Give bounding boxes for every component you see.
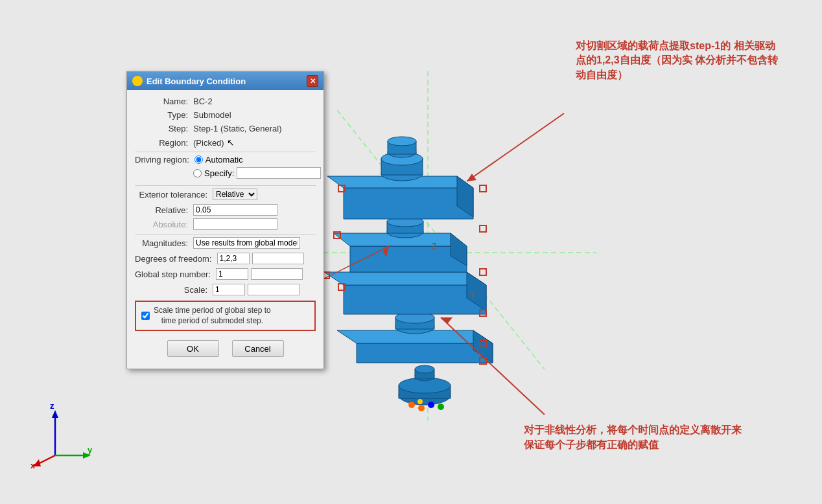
divider-2 — [135, 185, 316, 186]
magnitudes-input[interactable] — [193, 237, 300, 249]
svg-rect-34 — [480, 225, 486, 232]
automatic-radio[interactable] — [194, 155, 203, 164]
specify-row: Specify: — [193, 167, 316, 179]
svg-text:z: z — [50, 404, 54, 411]
svg-marker-51 — [52, 410, 58, 418]
exterior-tolerance-dropdown[interactable]: Relative Absolute — [213, 189, 257, 200]
top-annotation-text: 对切割区域的载荷点提取step-1的 相关驱动点的1,2,3自由度（因为实 体分… — [576, 40, 778, 80]
global-step-input[interactable] — [216, 268, 248, 280]
specify-radio[interactable] — [193, 169, 202, 178]
top-annotation: 对切割区域的载荷点提取step-1的 相关驱动点的1,2,3自由度（因为实 体分… — [576, 39, 783, 82]
divider-3 — [135, 234, 316, 235]
dialog-title: Edit Boundary Condition — [147, 76, 246, 86]
scale-input2[interactable] — [248, 284, 299, 295]
region-row: Region: (Picked) ↖ — [135, 137, 316, 148]
driving-region-label: Driving region: — [135, 155, 194, 165]
svg-marker-9 — [357, 343, 493, 363]
dialog-body: Name: BC-2 Type: Submodel Step: Step-1 (… — [127, 90, 323, 369]
dof-input[interactable] — [217, 253, 250, 264]
region-cursor-icon: ↖ — [227, 137, 235, 148]
region-value: (Picked) — [193, 138, 224, 148]
specify-input[interactable] — [237, 167, 321, 179]
absolute-input[interactable] — [193, 218, 277, 230]
edit-boundary-condition-dialog: Edit Boundary Condition ✕ Name: BC-2 Typ… — [126, 71, 324, 369]
type-value: Submodel — [193, 110, 231, 120]
type-label: Type: — [135, 110, 193, 120]
scale-label: Scale: — [135, 285, 213, 295]
scale-time-period-section: Scale time period of global step totime … — [135, 301, 316, 331]
step-label: Step: — [135, 124, 193, 133]
scale-time-period-checkbox[interactable] — [141, 312, 150, 320]
coordinate-axes: z x y — [29, 404, 94, 468]
automatic-label: Automatic — [206, 155, 243, 165]
svg-point-32 — [388, 137, 416, 146]
magnitudes-label: Magnitudes: — [135, 238, 193, 248]
region-label: Region: — [135, 138, 193, 148]
svg-marker-16 — [324, 272, 486, 285]
svg-point-45 — [428, 402, 434, 408]
type-row: Type: Submodel — [135, 110, 316, 120]
name-value: BC-2 — [193, 97, 213, 106]
svg-rect-35 — [480, 269, 486, 275]
magnitudes-row: Magnitudes: — [135, 237, 316, 249]
svg-point-8 — [415, 365, 434, 373]
svg-rect-33 — [480, 185, 486, 192]
svg-point-47 — [417, 399, 423, 404]
ok-button[interactable]: OK — [167, 340, 219, 357]
driving-region-group: Driving region: Automatic Specify: — [135, 155, 316, 181]
global-step-label: Global step number: — [135, 269, 216, 279]
name-label: Name: — [135, 97, 193, 106]
svg-marker-15 — [344, 285, 486, 314]
step-row: Step: Step-1 (Static, General) — [135, 124, 316, 133]
close-button[interactable]: ✕ — [307, 75, 318, 87]
global-step-row: Global step number: — [135, 268, 316, 280]
scale-input[interactable] — [213, 284, 245, 295]
specify-label: Specify: — [204, 168, 234, 178]
bottom-annotation-text: 对于非线性分析，将每个时间点的定义离散开来保证每个子步都有正确的赋值 — [524, 424, 742, 450]
dof-label: Degrees of freedom: — [135, 254, 217, 264]
dof-row: Degrees of freedom: — [135, 253, 316, 264]
svg-marker-18 — [350, 246, 467, 272]
titlebar-left: Edit Boundary Condition — [132, 76, 246, 86]
dialog-icon — [132, 76, 143, 86]
exterior-tolerance-label: Exterior tolerance: — [135, 190, 213, 200]
relative-label: Relative: — [135, 205, 193, 215]
3d-model: Z Y — [285, 52, 609, 441]
svg-text:Z: Z — [431, 241, 437, 251]
svg-text:Y: Y — [470, 290, 476, 300]
driving-region-row: Driving region: Automatic — [135, 155, 316, 165]
svg-text:x: x — [30, 461, 36, 468]
dialog-footer: OK Cancel — [135, 338, 316, 361]
relative-input[interactable] — [193, 204, 277, 216]
bottom-annotation: 对于非线性分析，将每个时间点的定义离散开来保证每个子步都有正确的赋值 — [524, 423, 757, 452]
dof-input2[interactable] — [252, 253, 304, 264]
name-row: Name: BC-2 — [135, 97, 316, 106]
relative-row: Relative: — [135, 204, 316, 216]
absolute-row: Absolute: — [135, 218, 316, 230]
dialog-titlebar: Edit Boundary Condition ✕ — [127, 72, 323, 90]
svg-marker-24 — [344, 188, 473, 219]
svg-point-46 — [438, 404, 444, 410]
svg-text:y: y — [88, 445, 93, 455]
exterior-tolerance-row: Exterior tolerance: Relative Absolute — [135, 189, 316, 200]
divider-1 — [135, 152, 316, 152]
cancel-button[interactable]: Cancel — [232, 340, 284, 357]
scale-row: Scale: — [135, 284, 316, 295]
svg-point-44 — [418, 405, 425, 411]
scale-time-period-text: Scale time period of global step totime … — [154, 306, 271, 326]
step-value: Step-1 (Static, General) — [193, 124, 282, 133]
global-step-input2[interactable] — [251, 268, 303, 280]
absolute-label: Absolute: — [135, 220, 193, 229]
svg-point-43 — [408, 402, 415, 408]
